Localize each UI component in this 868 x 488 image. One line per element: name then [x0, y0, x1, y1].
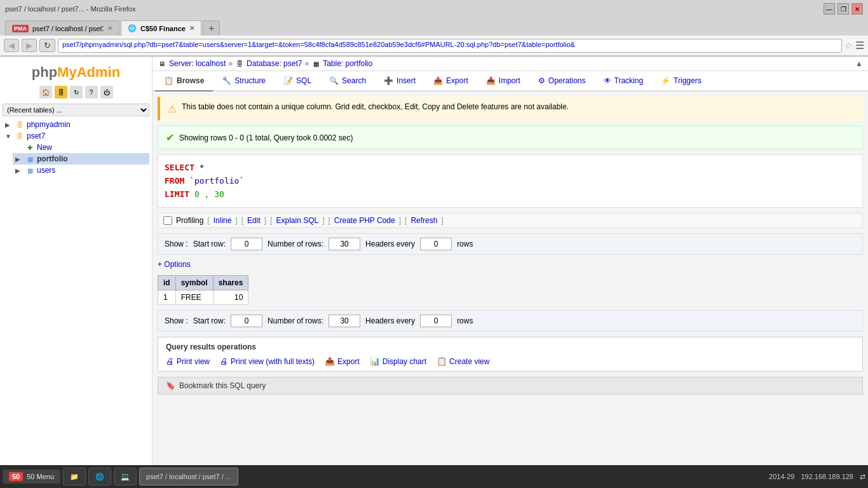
triggers-tab-icon: ⚡ [661, 76, 670, 85]
tab-tracking[interactable]: 👁 Tracking [595, 71, 653, 92]
browser-tab-0[interactable]: PMA pset7 / localhost / pset7... ✕ [5, 20, 119, 36]
bookmark-label: Bookmark this SQL query [179, 381, 266, 390]
window-controls: — ❐ ✕ [824, 3, 863, 15]
num-rows-input-top[interactable] [329, 238, 360, 250]
breadcrumb-table[interactable]: Table: portfolio [323, 59, 372, 68]
tab-structure[interactable]: 🔧 Structure [213, 71, 275, 92]
explain-sql-link[interactable]: Explain SQL [276, 216, 318, 225]
recent-tables-select[interactable]: (Recent tables) ... [3, 104, 149, 116]
print-view-full-link[interactable]: 🖨 Print view (with full texts) [220, 356, 315, 366]
pma-toolbar-icons: 🏠 🗄 ↻ ? ⏻ [3, 86, 149, 98]
taskbar-ip: 192.168.189.128 [801, 473, 853, 480]
structure-tab-icon: 🔧 [222, 76, 231, 85]
users-table-icon: ▦ [25, 166, 34, 175]
insert-tab-label: Insert [397, 76, 416, 85]
cell-id: 1 [158, 290, 176, 305]
address-bar[interactable]: pset7/phpmyadmin/sql.php?db=pset7&table=… [58, 39, 842, 53]
restore-button[interactable]: ❐ [837, 3, 849, 15]
browser-chrome: pset7 / localhost / pset7... - Mozilla F… [0, 0, 868, 57]
start-row-input-top[interactable] [231, 238, 262, 250]
tab-search[interactable]: 🔍 Search [320, 71, 375, 92]
server-icon: 🖥 [158, 59, 166, 68]
success-text: Showing rows 0 - 0 (1 total, Query took … [179, 133, 353, 142]
php-text: php [32, 64, 57, 80]
display-chart-link[interactable]: 📊 Display chart [370, 356, 426, 366]
triggers-tab-label: Triggers [674, 76, 702, 85]
sep9: [ [405, 216, 407, 225]
pma-db-icon[interactable]: 🗄 [55, 86, 67, 98]
minimize-button[interactable]: — [824, 3, 835, 15]
portfolio-label: portfolio [37, 154, 68, 163]
taskbar-item-pma[interactable]: pset7 / localhost / pset7 / ... [139, 468, 238, 485]
start-row-input-bottom[interactable] [231, 315, 262, 327]
pset7-tree: ▼ 🗄 pset7 ✚ New ▶ ▦ portfolio ▶ ▦ [3, 130, 149, 176]
back-button[interactable]: ◀ [4, 39, 19, 52]
tab-export[interactable]: 📤 Export [424, 71, 477, 92]
pma-home-icon[interactable]: 🏠 [39, 86, 52, 98]
sidebar-item-phpmyadmin[interactable]: ▶ 🗄 phpmyadmin [3, 119, 149, 130]
browser-tab-new[interactable]: + [203, 20, 220, 36]
inline-link[interactable]: Inline [214, 216, 232, 225]
tab-import[interactable]: 📥 Import [477, 71, 529, 92]
pset7-children: ✚ New ▶ ▦ portfolio ▶ ▦ users [3, 142, 149, 176]
tab-insert[interactable]: ➕ Insert [375, 71, 424, 92]
taskbar-sync-icon: ⇄ [860, 473, 865, 481]
table-row: 1FREE10 [158, 290, 248, 305]
pset7-toggle-icon: ▼ [5, 133, 13, 140]
sidebar-item-portfolio[interactable]: ▶ ▦ portfolio [13, 153, 149, 165]
taskbar-item-browser[interactable]: 🌐 [88, 468, 111, 485]
taskbar-item-terminal[interactable]: 💻 [114, 468, 137, 485]
sep10: ] [441, 216, 443, 225]
bookmark-button[interactable]: 🔖 Bookmark this SQL query [158, 377, 863, 395]
files-icon: 📁 [70, 473, 79, 481]
pma-exit-icon[interactable]: ⏻ [100, 86, 113, 98]
browser-tab-1[interactable]: 🌐 C$50 Finance ✕ [121, 20, 201, 36]
profiling-bar: Profiling [ Inline ] [ Edit ] [ Explain … [158, 213, 863, 228]
sql-range: 0 , 30 [189, 189, 224, 199]
sql-tab-label: SQL [296, 76, 311, 85]
breadcrumb-collapse-icon[interactable]: ▲ [855, 59, 863, 68]
sidebar-item-users[interactable]: ▶ ▦ users [13, 165, 149, 176]
refresh-nav-button[interactable]: ↻ [39, 39, 55, 52]
breadcrumb-server[interactable]: Server: localhost [169, 59, 226, 68]
refresh-link[interactable]: Refresh [410, 216, 437, 225]
start-button[interactable]: 50 50 Menu [3, 470, 60, 484]
tab-browse[interactable]: 📋 Browse [155, 71, 213, 92]
num-rows-input-bottom[interactable] [329, 315, 360, 327]
sep4: ] [264, 216, 266, 225]
sep8: ] [399, 216, 401, 225]
edit-link[interactable]: Edit [247, 216, 261, 225]
headers-input-bottom[interactable] [420, 315, 452, 327]
menu-icon[interactable]: ☰ [855, 39, 864, 51]
headers-input-top[interactable] [420, 238, 452, 250]
print-view-link[interactable]: 🖨 Print view [166, 356, 210, 366]
profiling-label: Profiling [176, 216, 203, 225]
users-toggle: ▶ [15, 167, 23, 174]
rows-label-bottom: rows [457, 316, 473, 325]
breadcrumb-db[interactable]: Database: pset7 [247, 59, 302, 68]
sidebar-item-new[interactable]: ✚ New [13, 142, 149, 153]
tab-operations[interactable]: ⚙ Operations [529, 71, 595, 92]
export-results-link[interactable]: 📤 Export [325, 356, 360, 366]
create-view-link[interactable]: 📋 Create view [437, 356, 489, 366]
phpmyadmin-toggle-icon: ▶ [5, 121, 13, 128]
search-tab-label: Search [342, 76, 366, 85]
pma-help-icon[interactable]: ? [85, 86, 98, 98]
close-button[interactable]: ✕ [851, 3, 863, 15]
forward-button[interactable]: ▶ [22, 39, 37, 52]
browser-tab-0-close[interactable]: ✕ [107, 25, 112, 32]
tab-triggers[interactable]: ⚡ Triggers [652, 71, 710, 92]
bookmark-star-icon[interactable]: ☆ [844, 41, 853, 51]
browser-tab-1-close[interactable]: ✕ [189, 25, 194, 32]
create-php-link[interactable]: Create PHP Code [334, 216, 395, 225]
title-bar: pset7 / localhost / pset7... - Mozilla F… [0, 0, 868, 18]
pma-refresh-icon[interactable]: ↻ [70, 86, 83, 98]
taskbar-item-files[interactable]: 📁 [63, 468, 86, 485]
profiling-checkbox[interactable] [163, 216, 172, 225]
rows-label-top: rows [457, 240, 473, 248]
tab-sql[interactable]: 📝 SQL [275, 71, 320, 92]
terminal-icon: 💻 [121, 473, 130, 481]
sidebar-item-pset7[interactable]: ▼ 🗄 pset7 [3, 130, 149, 142]
tab1-favicon: 🌐 [128, 24, 137, 32]
options-link[interactable]: + Options [158, 260, 191, 269]
